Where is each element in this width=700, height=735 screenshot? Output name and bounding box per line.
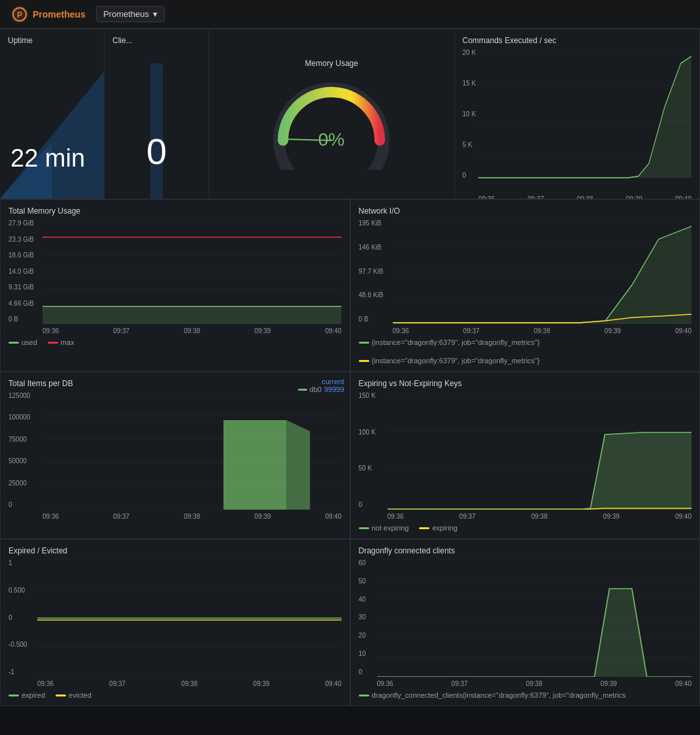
- current-badge: current db0 99999: [298, 378, 344, 393]
- total-memory-legend: used max: [8, 338, 342, 346]
- y-label: 14.0 GiB: [8, 268, 40, 275]
- x-label: 09:36: [478, 195, 495, 199]
- y-label: 0 B: [8, 316, 40, 323]
- svg-marker-35: [224, 420, 286, 510]
- x-label: 09:37: [113, 513, 129, 520]
- x-label: 09:38: [534, 327, 550, 335]
- x-label: 09:40: [325, 680, 341, 687]
- y-label: 0: [463, 172, 476, 179]
- legend-connected-clients: dragonfly_connected_clients{instance="dr…: [359, 691, 626, 699]
- topbar: P Prometheus Prometheus ▾: [0, 0, 700, 29]
- legend-max-color: [48, 342, 58, 344]
- x-label: 09:38: [577, 195, 593, 199]
- legend-net-yellow: {instance="dragonfly:6379", job="dragonf…: [359, 357, 540, 365]
- x-label: 09:39: [626, 195, 642, 199]
- logo-text: Prometheus: [33, 9, 86, 20]
- svg-marker-22: [42, 306, 342, 324]
- legend-max: max: [48, 338, 75, 346]
- expired-color: [8, 694, 19, 696]
- y-label: 50 K: [359, 465, 385, 472]
- uptime-chart: [0, 29, 104, 199]
- y-label: 50: [359, 578, 375, 585]
- y-label: 0: [8, 501, 40, 508]
- expired-evicted-title: Expired / Evicted: [8, 546, 342, 555]
- y-label: 20: [359, 632, 375, 639]
- row3: Total Items per DB current db0 99999 125…: [0, 372, 700, 539]
- expired-evicted-panel: Expired / Evicted 1 0.500 0 -0.500 -1: [0, 539, 350, 706]
- y-label: 30: [359, 613, 375, 621]
- total-memory-svg: [42, 220, 342, 324]
- x-label: 09:36: [388, 513, 404, 520]
- row4: Expired / Evicted 1 0.500 0 -0.500 -1: [0, 539, 700, 706]
- x-label: 09:39: [253, 680, 269, 687]
- x-label: 09:39: [603, 513, 620, 520]
- commands-panel: Commands Executed / sec 20 K 15 K 10 K 5…: [455, 29, 701, 199]
- x-label: 09:37: [527, 195, 544, 199]
- current-label: current: [298, 378, 344, 385]
- db0-color: [298, 389, 307, 391]
- legend-evicted: evicted: [56, 691, 92, 699]
- x-label: 09:38: [184, 513, 200, 520]
- y-label: -0.500: [8, 641, 35, 648]
- x-label: 09:40: [675, 327, 692, 335]
- expiring-color: [419, 527, 429, 529]
- prometheus-icon: P: [10, 5, 29, 24]
- datasource-label: Prometheus: [103, 9, 149, 19]
- y-label: 23.3 GiB: [8, 236, 40, 243]
- svg-text:0%: 0%: [318, 129, 344, 150]
- connected-clients-color: [359, 694, 369, 696]
- legend-net-green-color: [359, 342, 369, 344]
- legend-expired: expired: [8, 691, 45, 699]
- commands-chart-svg: [478, 49, 692, 192]
- y-label: 27.9 GiB: [8, 220, 40, 227]
- x-label: 09:39: [605, 327, 621, 335]
- clients-value: 0: [146, 131, 167, 172]
- datasource-dropdown[interactable]: Prometheus ▾: [96, 6, 165, 22]
- x-label: 09:37: [452, 680, 468, 687]
- total-items-svg: [42, 392, 342, 510]
- y-label: 146 KiB: [359, 244, 390, 251]
- row2: Total Memory Usage 27.9 GiB 23.3 GiB 18.…: [0, 199, 700, 372]
- prometheus-logo[interactable]: P Prometheus: [5, 3, 91, 26]
- y-label: 0: [359, 501, 385, 508]
- clients-panel: Clie... 0: [105, 29, 209, 199]
- y-label: 10 K: [463, 110, 476, 118]
- x-label: 09:40: [675, 195, 692, 199]
- total-items-panel: Total Items per DB current db0 99999 125…: [0, 372, 350, 539]
- y-label: 0: [359, 668, 375, 676]
- total-memory-title: Total Memory Usage: [8, 206, 342, 216]
- x-label: 09:36: [393, 327, 409, 335]
- y-label: 150 K: [359, 392, 385, 399]
- legend-used: used: [8, 338, 37, 346]
- x-label: 09:40: [675, 513, 692, 520]
- connected-clients-svg: [377, 559, 692, 677]
- x-label: 09:40: [675, 680, 692, 687]
- x-label: 09:38: [184, 327, 200, 335]
- y-label: 4.66 GiB: [8, 300, 40, 307]
- svg-text:P: P: [17, 10, 22, 20]
- y-label: 0.500: [8, 587, 35, 594]
- memory-gauge-panel: Memory Usage 0%: [209, 29, 455, 199]
- legend-net-green: {instance="dragonfly:6379", job="dragonf…: [359, 338, 540, 346]
- expiring-keys-svg: [388, 392, 692, 510]
- y-label: 5 K: [463, 141, 476, 148]
- x-label: 09:39: [254, 513, 271, 520]
- expiring-keys-panel: Expiring vs Not-Expiring Keys 150 K 100 …: [350, 372, 701, 539]
- network-io-panel: Network I/O 195 KiB 146 KiB 97.7 KiB 48.…: [350, 199, 701, 372]
- x-label: 09:38: [531, 513, 548, 520]
- x-label: 09:39: [254, 327, 271, 335]
- uptime-value: 22 min: [10, 144, 85, 172]
- x-label: 09:37: [459, 513, 476, 520]
- y-label: 1: [8, 559, 35, 566]
- y-label: 18.6 GiB: [8, 252, 40, 259]
- y-label: 100 K: [359, 429, 385, 436]
- top-row: Uptime 22 min Clie... 0 Memory Usage: [0, 29, 700, 199]
- y-label: 25000: [8, 480, 40, 487]
- y-label: 15 K: [463, 80, 476, 87]
- x-label: 09:39: [601, 680, 617, 687]
- svg-marker-14: [478, 56, 692, 178]
- connected-clients-legend: dragonfly_connected_clients{instance="dr…: [359, 691, 692, 699]
- y-label: 97.7 KiB: [359, 268, 390, 275]
- x-label: 09:38: [181, 680, 197, 687]
- y-label: 48.8 KiB: [359, 291, 390, 299]
